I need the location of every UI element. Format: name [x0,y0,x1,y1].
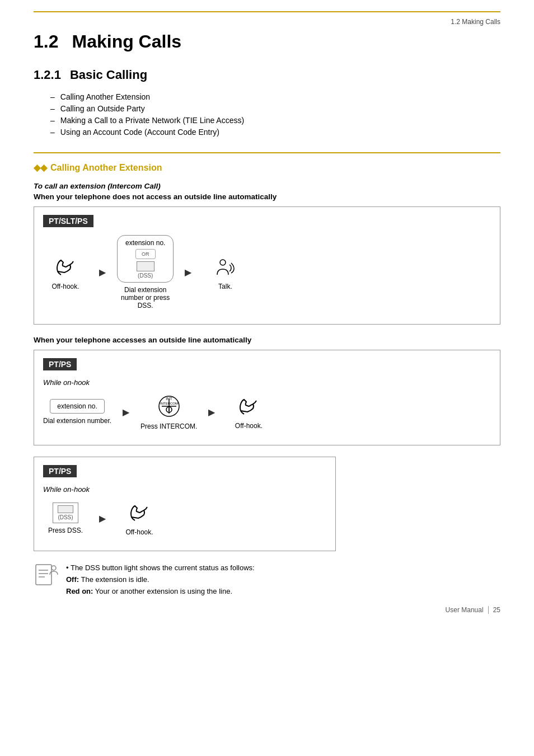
footer: User Manual 25 [446,606,500,614]
diagram-row-2: extension no. Dial extension number. ▶ I… [43,393,491,430]
page-header-label: 1.2 Making Calls [451,18,500,26]
ext-no-step-label: Dial extension number. [43,417,111,425]
footer-divider [488,606,489,614]
step-intercom: INT INTERCOM Press INTERCOM. [140,393,197,430]
ext-dss-label: Dial extension number or press DSS. [118,286,174,309]
note-text: • The DSS button light shows the current… [66,562,255,597]
talk-icon [213,255,237,279]
arrow-2: ▶ [185,267,191,278]
offhook-icon-3 [127,500,152,525]
note-section: • The DSS button light shows the current… [34,562,500,597]
svg-point-12 [51,566,56,570]
ext-no-label-2: extension no. [57,402,97,410]
step-ext-dss: extension no. OR (DSS) Dial extension nu… [117,235,174,309]
talk-label: Talk. [218,283,232,290]
note-red-text: Your or another extension is using the l… [95,587,232,595]
dss-sub-label: (DSS) [125,273,165,279]
svg-text:INTERCOM: INTERCOM [160,402,178,405]
offhook-icon-2 [236,394,261,419]
arrow-5: ▶ [99,513,106,524]
page-header: 1.2 Making Calls [34,16,500,26]
svg-text:INT: INT [166,397,172,401]
offhook-1-label: Off-hook. [51,283,79,290]
condition2-heading: When your telephone accesses an outside … [34,336,500,344]
diagram-box-1: PT/SLT/PS Off-hook. ▶ extension no. OR [34,206,500,325]
condition1-heading: When your telephone does not access an o… [34,192,500,201]
offhook-2-label: Off-hook. [235,422,263,430]
ext-no-label: extension no. [125,239,165,247]
arrow-4: ▶ [208,407,215,417]
section-divider [34,152,500,153]
arrow-3: ▶ [123,407,129,417]
offhook-icon [53,255,78,279]
intercom-icon: INT INTERCOM [156,393,182,419]
step-offhook-1: Off-hook. [43,255,88,290]
device-label-1: PT/SLT/PS [43,215,93,227]
step-talk: Talk. [203,255,247,290]
instruction-heading: To call an extension (Intercom Call) [34,182,500,190]
note-bullet-text: The DSS button light shows the current s… [71,564,255,572]
svg-point-0 [220,260,226,265]
device-label-3: PT/PS [43,465,77,477]
note-off-label: Off: [66,575,79,584]
toc-item-2: Calling an Outside Party [50,104,500,113]
toc-item-3: Making a Call to a Private Network (TIE … [50,116,500,125]
toc-item-1: Calling Another Extension [50,92,500,101]
intercom-step-label: Press INTERCOM. [140,422,197,430]
dss-step-label: Press DSS. [48,527,83,534]
toc-item-4: Using an Account Code (Account Code Entr… [50,128,500,137]
diagram-row-1: Off-hook. ▶ extension no. OR (DSS) Dial … [43,235,491,309]
step-offhook-2: Off-hook. [226,394,271,430]
svg-rect-8 [36,565,51,585]
or-icon: OR [142,251,149,257]
header-divider [34,11,500,12]
note-off-text: The extension is idle. [81,575,149,584]
note-bullet-symbol: • [66,564,71,572]
dss-icon-label: (DSS) [58,514,73,520]
diagram-row-3: (DSS) Press DSS. ▶ Off-hook. [43,500,326,536]
diamond-icon: ◆◆ [34,162,47,173]
while-on-hook-1: While on-hook [43,378,491,387]
diagram-box-2: PT/PS While on-hook extension no. Dial e… [34,350,500,445]
toc-list: Calling Another Extension Calling an Out… [50,92,500,137]
note-red-label: Red on: [66,587,93,595]
step-ext-no: extension no. Dial extension number. [43,399,111,425]
offhook-3-label: Off-hook. [125,528,153,536]
while-on-hook-2: While on-hook [43,485,326,494]
subsection-title: 1.2.1Basic Calling [34,68,500,82]
step-offhook-3: Off-hook. [117,500,162,536]
section-title: 1.2Making Calls [34,31,500,52]
arrow-1: ▶ [99,267,106,278]
footer-page: 25 [493,606,500,614]
note-icon [34,562,58,587]
device-label-2: PT/PS [43,358,77,370]
diagram-box-3: PT/PS While on-hook (DSS) Press DSS. ▶ O… [34,457,336,551]
step-dss: (DSS) Press DSS. [43,503,88,534]
calling-another-extension-title: ◆◆ Calling Another Extension [34,162,500,173]
footer-text: User Manual [446,606,484,614]
